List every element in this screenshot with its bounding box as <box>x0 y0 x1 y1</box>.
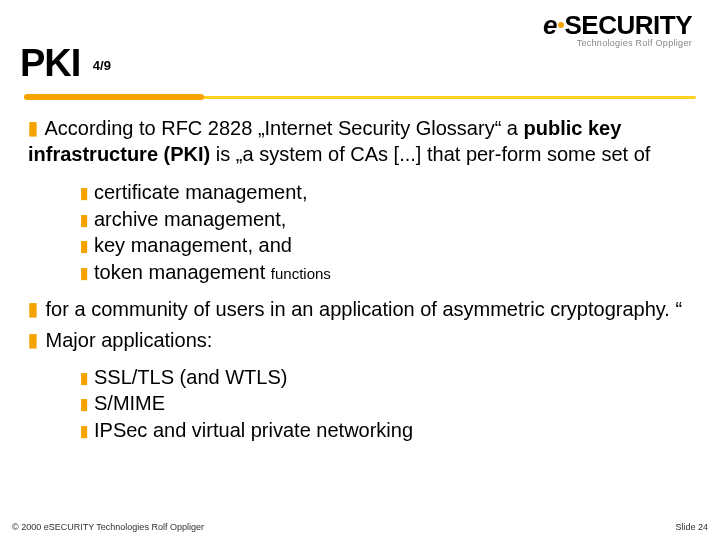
square-bullet-icon: ▮ <box>80 210 94 229</box>
bullet-major-apps: ▮ Major applications: <box>24 328 696 354</box>
slide-title-row: PKI 4/9 <box>20 42 111 85</box>
title-underline <box>24 94 696 100</box>
slide-title: PKI <box>20 42 80 85</box>
slide-page-fraction: 4/9 <box>93 58 111 73</box>
list-item: ▮SSL/TLS (and WTLS) <box>24 365 696 391</box>
list-item: ▮archive management, <box>24 207 696 233</box>
list1-2: key management, and <box>94 234 292 256</box>
slide-footer: © 2000 eSECURITY Technologies Rolf Oppli… <box>12 522 708 532</box>
list-item: ▮IPSec and virtual private networking <box>24 418 696 444</box>
logo-dot-icon <box>558 22 564 28</box>
list-item: ▮key management, and <box>24 233 696 259</box>
square-bullet-icon: ▮ <box>28 298 40 321</box>
square-bullet-icon: ▮ <box>80 368 94 387</box>
list2-1: S/MIME <box>94 392 165 414</box>
bullet-intro: ▮ According to RFC 2828 „Internet Securi… <box>24 116 696 167</box>
square-bullet-icon: ▮ <box>80 183 94 202</box>
major-apps-text: Major applications: <box>46 329 213 351</box>
underline-orange <box>24 94 204 100</box>
list1-3a: token management <box>94 261 271 283</box>
intro-text: According to RFC 2828 „Internet Security… <box>28 117 650 165</box>
footer-slide-number: Slide 24 <box>675 522 708 532</box>
intro-lead: According to RFC 2828 „Internet Security… <box>44 117 523 139</box>
list1-1: archive management, <box>94 208 286 230</box>
footer-copyright: © 2000 eSECURITY Technologies Rolf Oppli… <box>12 522 204 532</box>
bullet-community: ▮ for a community of users in an applica… <box>24 297 696 323</box>
logo-e: e <box>543 10 556 40</box>
square-bullet-icon: ▮ <box>80 263 94 282</box>
square-bullet-icon: ▮ <box>28 117 40 140</box>
community-text: for a community of users in an applicati… <box>46 298 683 320</box>
list2-0: SSL/TLS (and WTLS) <box>94 366 287 388</box>
list2-2: IPSec and virtual private networking <box>94 419 413 441</box>
slide-body: ▮ According to RFC 2828 „Internet Securi… <box>24 116 696 445</box>
logo-subtitle: Technologies Rolf Oppliger <box>543 39 692 48</box>
list-item: ▮token management functions <box>24 260 696 286</box>
logo-security: SECURITY <box>565 10 692 40</box>
square-bullet-icon: ▮ <box>28 329 40 352</box>
square-bullet-icon: ▮ <box>80 421 94 440</box>
list1-3b: functions <box>271 265 331 282</box>
list-item: ▮S/MIME <box>24 391 696 417</box>
list1-0: certificate management, <box>94 181 307 203</box>
brand-logo: eSECURITY Technologies Rolf Oppliger <box>543 12 692 48</box>
square-bullet-icon: ▮ <box>80 236 94 255</box>
intro-tail: is „a system of CAs [...] that per-form … <box>210 143 650 165</box>
list-item: ▮certificate management, <box>24 180 696 206</box>
square-bullet-icon: ▮ <box>80 394 94 413</box>
